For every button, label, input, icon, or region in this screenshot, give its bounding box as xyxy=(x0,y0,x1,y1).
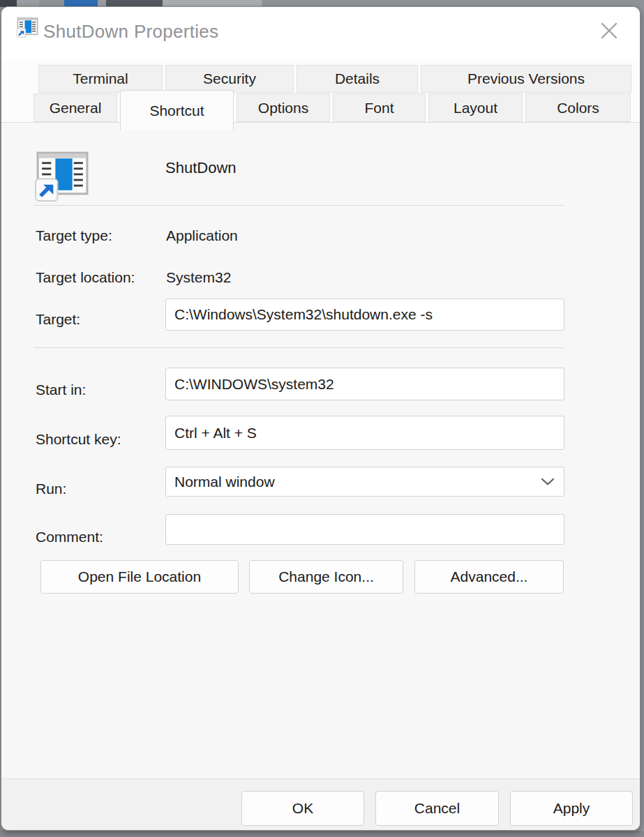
tab-strip: Terminal Security Details Previous Versi… xyxy=(1,59,640,122)
cancel-button[interactable]: Cancel xyxy=(375,791,499,826)
run-dropdown[interactable]: Normal window xyxy=(165,467,564,497)
tab-details[interactable]: Details xyxy=(297,65,418,93)
button-label: Change Icon... xyxy=(278,568,374,585)
chevron-down-icon xyxy=(540,477,555,486)
target-location-value: System32 xyxy=(166,269,231,286)
run-label: Run: xyxy=(36,481,66,497)
separator xyxy=(33,205,564,206)
shortcut-tab-panel: ShutDown Target type: Application Target… xyxy=(1,122,640,778)
dialog-footer: OK Cancel Apply xyxy=(1,778,640,831)
title-bar[interactable]: ShutDown Properties xyxy=(1,7,640,59)
button-label: Apply xyxy=(553,800,590,817)
shutdown-shortcut-icon xyxy=(16,15,39,38)
target-location-label: Target location: xyxy=(36,269,135,286)
tab-terminal[interactable]: Terminal xyxy=(38,65,163,93)
properties-dialog: ShutDown Properties Terminal Security De… xyxy=(1,6,641,831)
shutdown-shortcut-icon-large xyxy=(33,146,91,204)
tab-previous-versions[interactable]: Previous Versions xyxy=(421,65,631,93)
tab-label: Font xyxy=(364,100,394,116)
shortcut-name: ShutDown xyxy=(165,159,237,177)
tab-label: Shortcut xyxy=(149,103,204,119)
background-strip-bottom xyxy=(0,831,644,837)
tab-label: Previous Versions xyxy=(467,70,585,87)
tab-layout[interactable]: Layout xyxy=(428,93,523,122)
start-in-label: Start in: xyxy=(36,382,86,398)
close-button[interactable] xyxy=(595,17,623,45)
button-label: OK xyxy=(292,800,313,817)
ok-button[interactable]: OK xyxy=(241,791,364,826)
target-type-value: Application xyxy=(166,227,238,244)
tab-label: Security xyxy=(203,70,256,87)
tab-label: General xyxy=(50,100,102,116)
change-icon-button[interactable]: Change Icon... xyxy=(249,560,403,594)
tab-label: Options xyxy=(258,100,308,116)
target-type-label: Target type: xyxy=(36,227,112,244)
button-label: Advanced... xyxy=(451,568,528,585)
tab-font[interactable]: Font xyxy=(333,93,426,122)
advanced-button[interactable]: Advanced... xyxy=(414,560,564,594)
comment-input[interactable] xyxy=(165,514,564,545)
apply-button[interactable]: Apply xyxy=(510,791,633,826)
tab-shortcut-active[interactable]: Shortcut xyxy=(120,90,234,130)
separator xyxy=(33,347,564,348)
button-label: Open File Location xyxy=(78,568,201,585)
start-in-input[interactable] xyxy=(165,368,564,400)
tab-general[interactable]: General xyxy=(33,93,117,122)
target-input[interactable] xyxy=(165,299,564,331)
open-file-location-button[interactable]: Open File Location xyxy=(40,560,239,594)
tab-label: Layout xyxy=(454,100,497,116)
target-label: Target: xyxy=(36,311,80,328)
tab-label: Colors xyxy=(557,100,599,116)
shortcut-key-input[interactable] xyxy=(165,416,564,450)
tab-colors[interactable]: Colors xyxy=(525,93,631,122)
tab-label: Terminal xyxy=(73,70,128,87)
tab-options[interactable]: Options xyxy=(237,93,330,122)
tab-label: Details xyxy=(335,70,380,87)
comment-label: Comment: xyxy=(36,529,103,545)
tab-security[interactable]: Security xyxy=(165,65,294,93)
close-icon xyxy=(599,20,620,41)
window-title: ShutDown Properties xyxy=(43,21,218,43)
button-label: Cancel xyxy=(414,800,460,817)
run-dropdown-value: Normal window xyxy=(174,474,275,490)
shortcut-key-label: Shortcut key: xyxy=(36,431,121,448)
